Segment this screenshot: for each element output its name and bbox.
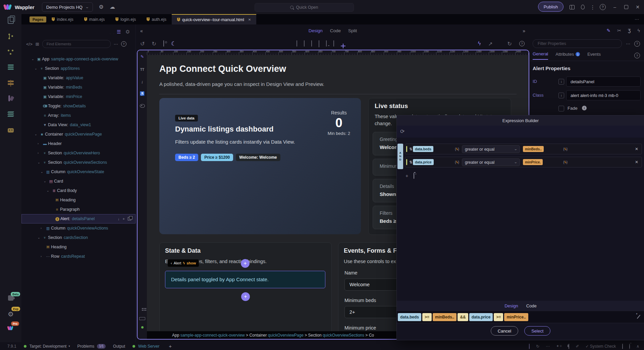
tab-general[interactable]: General <box>533 51 548 60</box>
file-tab[interactable]: 5main.ejs <box>79 14 110 24</box>
right-operand-chip[interactable]: minPrice. <box>523 159 543 165</box>
info-inspector-icon[interactable]: i <box>138 80 147 85</box>
tab-overflow-icon[interactable]: ⋯ <box>635 17 639 22</box>
cancel-button[interactable]: Cancel <box>491 326 518 336</box>
device-tablet-landscape-icon[interactable] <box>304 41 305 47</box>
device-tablet-icon[interactable] <box>311 41 312 47</box>
pages-panel-icon[interactable] <box>0 17 21 24</box>
tree-chevron-icon[interactable]: ⌄ <box>47 189 51 192</box>
project-switcher[interactable]: Demo Projects HQ ⌄ <box>42 2 93 12</box>
class-input[interactable]: alert alert-info mt-3 mb-0 <box>566 90 641 100</box>
expression-chip[interactable]: && <box>458 313 468 321</box>
experimental-gear-icon[interactable]: ⚙ <box>0 310 21 318</box>
expression-chip[interactable]: data.price <box>469 313 493 321</box>
breadcrumb[interactable]: App sample-app-connect-quick-overview > … <box>172 333 374 338</box>
details-alert-box[interactable]: Details panel toggled by App Connect sta… <box>165 271 325 288</box>
tree-item[interactable]: ›▥ColumnquickOverviewActions <box>21 223 136 233</box>
tree-chevron-icon[interactable]: ⌄ <box>32 57 36 61</box>
expression-chip[interactable]: minPrice.. <box>504 313 528 321</box>
left-operand-chip[interactable]: data.beds <box>413 146 433 152</box>
tree-item[interactable]: ▼Data View:data_view1 <box>21 120 136 130</box>
eye-preview-icon[interactable] <box>138 104 147 108</box>
sort-icon[interactable]: ⇅ <box>409 147 412 151</box>
tree-chevron-icon[interactable]: ⌄ <box>35 133 39 136</box>
layers-icon[interactable] <box>0 111 21 117</box>
binding-icon[interactable]: {ϟ} <box>563 147 568 151</box>
and-group-bar[interactable]: AND <box>397 144 403 169</box>
add-element-button-top[interactable]: + <box>241 259 250 268</box>
file-tab[interactable]: 5login.ejs <box>110 14 141 24</box>
view-tab-design[interactable]: Design <box>309 28 323 33</box>
tree-item[interactable]: ⌄▣Appsample-app-connect-quick-overview <box>21 54 136 64</box>
collapse-statusbar-icon[interactable]: ∧ <box>636 344 639 349</box>
properties-help-icon[interactable]: ? <box>634 41 640 47</box>
minimize-button[interactable]: – <box>610 0 620 14</box>
edit-pencil-icon[interactable]: ✎ <box>138 54 147 59</box>
tab-attributes[interactable]: Attributes1 <box>555 52 580 59</box>
tree-chevron-icon[interactable]: › <box>38 151 42 155</box>
fade-checkbox[interactable] <box>558 106 564 111</box>
remove-condition-icon[interactable]: ✕ <box>635 160 638 164</box>
add-condition-icon[interactable]: + <box>406 173 408 179</box>
breadcrumb-link[interactable]: quickOverviewPage <box>268 333 304 338</box>
tree-chevron-icon[interactable]: › <box>41 255 45 258</box>
ruler-toggle-icon[interactable] <box>138 317 147 320</box>
grid-toggle-icon[interactable] <box>138 308 147 309</box>
tree-view-icon[interactable]: ⏣ <box>126 29 129 34</box>
filter-properties-input[interactable] <box>533 39 622 48</box>
scissors-icon[interactable]: ✂ <box>617 28 621 33</box>
screenshot-camera-icon[interactable] <box>163 41 164 47</box>
events-lightning-icon[interactable]: ϟ <box>638 28 640 33</box>
breadcrumb-link[interactable]: quickOverviewSections <box>323 333 364 338</box>
css-icon[interactable]: Ʒ <box>628 28 631 33</box>
target-label[interactable]: Target: Development <box>30 344 67 349</box>
cloud-deploy-icon[interactable]: ☁ <box>110 4 115 10</box>
tree-item[interactable]: HHeading <box>21 242 136 252</box>
status-more-icon[interactable]: ⋯ <box>546 344 550 349</box>
binding-icon[interactable]: {ϟ} <box>563 160 568 164</box>
tree-chevron-icon[interactable]: › <box>38 142 42 145</box>
kebab-menu-icon[interactable]: ⋮ <box>588 0 598 14</box>
typography-icon[interactable]: TT <box>138 68 147 71</box>
publish-button[interactable]: Publish <box>538 2 564 12</box>
tree-item[interactable]: ⌄≣Card Body <box>21 186 136 195</box>
binding-icon[interactable]: {ϟ} <box>455 160 459 164</box>
expression-chip[interactable]: minBeds.. <box>433 313 457 321</box>
dark-mode-moon-icon[interactable]: ☾ <box>171 40 176 47</box>
fade-info-icon[interactable]: i <box>582 106 587 110</box>
tabs-help-icon[interactable]: ? <box>634 53 640 58</box>
status-refresh-icon[interactable]: ↻ <box>536 344 539 349</box>
tree-item[interactable]: Toggle:showDetails <box>21 101 136 111</box>
tab-close-icon[interactable]: ✕ <box>248 18 251 21</box>
tree-item[interactable]: ▣Variable:appValue <box>21 73 136 83</box>
move-down-icon[interactable]: ↓ <box>118 217 120 221</box>
tree-item[interactable]: !Alert:detailsPanel↓+ <box>21 214 136 223</box>
tree-item[interactable]: HHeading <box>21 195 136 205</box>
file-tab[interactable]: 5auth.ejs <box>141 14 172 24</box>
tree-item[interactable]: ⌄■ContainerquickOverviewPage <box>21 130 136 139</box>
device-large-icon[interactable] <box>333 41 334 47</box>
tree-item[interactable]: ›⋯RowcardsRepeat <box>21 252 136 261</box>
tab-events[interactable]: Events <box>587 52 601 59</box>
actions-lightning-icon[interactable]: ϟ <box>478 41 481 47</box>
eraser-icon[interactable] <box>622 344 623 349</box>
help-icon[interactable]: ? <box>598 0 608 14</box>
tree-item[interactable]: ▣Variable:minBeds <box>21 83 136 92</box>
left-operand-chip[interactable]: data.price <box>413 159 434 165</box>
edit-mode-icon[interactable]: ✎ <box>607 28 611 33</box>
webserver-label[interactable]: Web Server <box>138 344 159 349</box>
refresh-expression-icon[interactable]: ⟳ <box>400 129 405 134</box>
tree-item[interactable]: ▣Variable:minPrice <box>21 92 136 101</box>
toolbar-help-icon[interactable]: ? <box>519 41 525 46</box>
undo-icon[interactable]: ↺ <box>140 41 145 47</box>
expression-chip[interactable]: >= <box>422 313 432 321</box>
list-view-icon[interactable]: ☰ <box>117 29 121 35</box>
settings-gear-icon[interactable]: ⚙ <box>99 4 104 10</box>
maximize-button[interactable] <box>621 0 631 14</box>
hero-card[interactable]: Live data Dynamic listings dashboard Fil… <box>159 98 361 234</box>
tree-item[interactable]: ≡Array:items <box>21 111 136 120</box>
routes-signpost-icon[interactable] <box>0 80 21 87</box>
code-icon[interactable]: </> <box>26 42 33 47</box>
operator-select[interactable]: greater or equal⌄ <box>462 158 520 166</box>
wappler-pro-icon[interactable] <box>0 326 21 331</box>
